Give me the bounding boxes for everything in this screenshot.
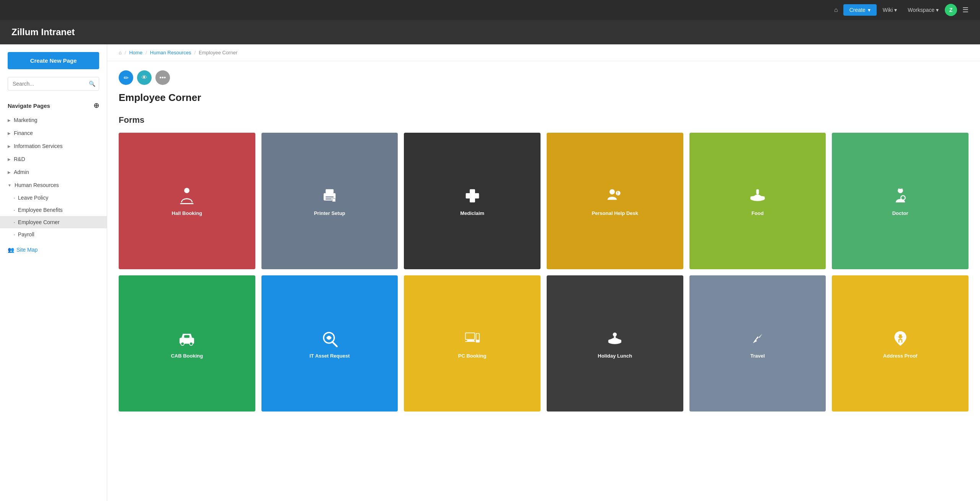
sidebar-item-finance[interactable]: ▶ Finance [0,127,107,140]
view-button[interactable]: 👁 [137,70,152,85]
form-card-it-asset-request[interactable]: IT Asset Request [261,275,398,412]
breadcrumb-parent-link[interactable]: Human Resources [150,50,191,55]
expand-arrow-icon: ▶ [8,131,11,135]
subitem-label: Leave Policy [18,195,48,201]
breadcrumb-current: Employee Corner [199,50,237,55]
svg-rect-23 [184,335,189,338]
form-card-mediclaim[interactable]: Mediclaim [404,133,541,269]
home-nav-icon[interactable]: ⌂ [830,4,842,16]
hamburger-menu-icon[interactable]: ☰ [959,3,972,16]
create-button[interactable]: Create ▾ [843,4,877,16]
forms-grid: Hall Booking Printer Setup [119,133,969,412]
svg-point-8 [609,189,615,194]
form-card-label: Doctor [889,210,911,216]
breadcrumb-home-link[interactable]: Home [129,50,142,55]
form-card-food[interactable]: Food [689,133,826,269]
form-card-label: Mediclaim [457,210,487,216]
header-bar: Zillum Intranet [0,20,980,44]
svg-point-21 [181,342,185,345]
create-new-page-button[interactable]: Create New Page [8,52,99,69]
navigate-pages-header: Navigate Pages ⊕ [0,100,107,114]
svg-text:!: ! [617,191,618,195]
form-card-address-proof[interactable]: Address Proof [832,275,969,412]
sidebar-item-label: Human Resources [15,182,59,188]
svg-rect-34 [614,336,616,337]
svg-rect-16 [899,188,902,189]
svg-point-0 [184,188,189,193]
holiday-lunch-icon [605,329,625,348]
sidebar-item-marketing[interactable]: ▶ Marketing [0,114,107,127]
edit-icon: ✏ [124,74,129,81]
main-layout: Create New Page 🔍 Navigate Pages ⊕ ▶ Mar… [0,44,980,501]
site-map-link[interactable]: 👥 Site Map [0,241,107,259]
dot-icon: • [14,208,15,212]
sidebar-item-label: Admin [14,169,29,175]
svg-rect-7 [466,193,479,198]
content-area: ⌂ / Home / Human Resources / Employee Co… [107,44,980,501]
hall-booking-icon [177,186,197,206]
top-navigation: ⌂ Create ▾ Wiki ▾ Workspace ▾ Z ☰ [0,0,980,20]
add-nav-item-button[interactable]: ⊕ [93,102,99,109]
app-title: Zillum Intranet [11,27,969,37]
form-card-label: CAB Booking [168,353,206,359]
workspace-dropdown-icon: ▾ [936,7,939,13]
more-options-button[interactable]: ••• [155,70,170,85]
cab-booking-icon [177,329,197,348]
svg-rect-27 [467,340,474,341]
sidebar-item-rd[interactable]: ▶ R&D [0,153,107,166]
subitem-label: Payroll [18,231,34,237]
sidebar: Create New Page 🔍 Navigate Pages ⊕ ▶ Mar… [0,44,107,501]
svg-rect-5 [332,198,336,202]
user-avatar[interactable]: Z [945,4,957,16]
form-card-label: Travel [747,353,768,359]
sidebar-item-label: R&D [14,156,25,162]
forms-section-title: Forms [119,115,969,125]
form-card-personal-help-desk[interactable]: ! Personal Help Desk [547,133,683,269]
search-box: 🔍 [8,77,99,91]
page-title: Employee Corner [119,92,969,104]
form-card-label: IT Asset Request [306,353,353,359]
edit-button[interactable]: ✏ [119,70,133,85]
expand-arrow-icon: ▶ [8,144,11,148]
sidebar-subitem-leave-policy[interactable]: • Leave Policy [0,192,107,204]
form-card-doctor[interactable]: Doctor [832,133,969,269]
form-card-pc-booking[interactable]: PC Booking [404,275,541,412]
form-card-travel[interactable]: Travel [689,275,826,412]
svg-rect-26 [466,333,474,339]
subitem-label: Employee Benefits [18,207,63,213]
svg-rect-30 [476,333,479,340]
subitem-label: Employee Corner [18,219,60,225]
svg-rect-3 [326,198,332,200]
form-card-holiday-lunch[interactable]: Holiday Lunch [547,275,683,412]
expand-arrow-icon: ▶ [8,118,11,122]
svg-rect-14 [756,189,759,194]
form-card-printer-setup[interactable]: Printer Setup [261,133,398,269]
svg-rect-28 [465,341,475,342]
expand-arrow-icon: ▶ [8,170,11,174]
doctor-icon [890,186,910,206]
sidebar-subitem-employee-corner[interactable]: • Employee Corner [0,216,107,228]
create-label: Create [849,7,866,13]
sidebar-item-human-resources[interactable]: ▼ Human Resources [0,179,107,192]
mediclaim-icon [462,186,482,206]
svg-point-22 [189,342,193,345]
form-card-cab-booking[interactable]: CAB Booking [119,275,255,412]
wiki-nav-link[interactable]: Wiki ▾ [878,5,902,15]
travel-icon [748,329,768,348]
pc-booking-icon [462,329,482,348]
form-card-label: Holiday Lunch [595,353,635,359]
form-card-hall-booking[interactable]: Hall Booking [119,133,255,269]
workspace-nav-link[interactable]: Workspace ▾ [903,5,943,15]
form-card-label: Printer Setup [311,210,348,216]
sidebar-subitem-payroll[interactable]: • Payroll [0,228,107,241]
create-dropdown-icon: ▾ [868,7,871,13]
form-card-label: Personal Help Desk [589,210,641,216]
search-input[interactable] [8,77,99,91]
sidebar-item-label: Finance [14,130,33,136]
ellipsis-icon: ••• [160,74,166,81]
sidebar-subitem-employee-benefits[interactable]: • Employee Benefits [0,204,107,216]
sidebar-item-admin[interactable]: ▶ Admin [0,166,107,179]
wiki-dropdown-icon: ▾ [894,7,897,13]
sidebar-item-information-services[interactable]: ▶ Information Services [0,140,107,153]
sidebar-item-label: Marketing [14,117,37,123]
